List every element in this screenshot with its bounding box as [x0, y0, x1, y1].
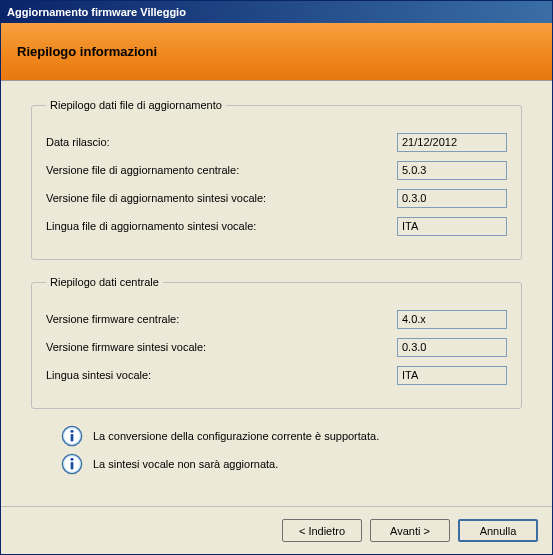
- value-release-date: 21/12/2012: [397, 133, 507, 152]
- row-release-date: Data rilascio: 21/12/2012: [46, 131, 507, 153]
- content-area: Riepilogo dati file di aggiornamento Dat…: [1, 81, 552, 506]
- row-central-voice-version: Versione firmware sintesi vocale: 0.3.0: [46, 336, 507, 358]
- info-icon: [61, 425, 83, 447]
- group-update-file: Riepilogo dati file di aggiornamento Dat…: [31, 99, 522, 260]
- back-button[interactable]: < Indietro: [282, 519, 362, 542]
- page-title: Riepilogo informazioni: [17, 44, 157, 59]
- svg-point-2: [70, 430, 73, 433]
- svg-rect-3: [71, 434, 74, 442]
- label-release-date: Data rilascio:: [46, 136, 397, 148]
- info-row-config: La conversione della configurazione corr…: [61, 425, 522, 447]
- row-update-voice-lang: Lingua file di aggiornamento sintesi voc…: [46, 215, 507, 237]
- label-update-central-version: Versione file di aggiornamento centrale:: [46, 164, 397, 176]
- cancel-button[interactable]: Annulla: [458, 519, 538, 542]
- button-bar: < Indietro Avanti > Annulla: [1, 506, 552, 554]
- value-central-voice-lang: ITA: [397, 366, 507, 385]
- row-update-voice-version: Versione file di aggiornamento sintesi v…: [46, 187, 507, 209]
- group-central: Riepilogo dati centrale Versione firmwar…: [31, 276, 522, 409]
- value-update-central-version: 5.0.3: [397, 161, 507, 180]
- value-update-voice-version: 0.3.0: [397, 189, 507, 208]
- label-update-voice-lang: Lingua file di aggiornamento sintesi voc…: [46, 220, 397, 232]
- info-icon: [61, 453, 83, 475]
- value-central-voice-version: 0.3.0: [397, 338, 507, 357]
- info-text-voice: La sintesi vocale non sarà aggiornata.: [93, 458, 278, 470]
- info-row-voice: La sintesi vocale non sarà aggiornata.: [61, 453, 522, 475]
- label-central-firmware-version: Versione firmware centrale:: [46, 313, 397, 325]
- next-button[interactable]: Avanti >: [370, 519, 450, 542]
- svg-point-6: [70, 458, 73, 461]
- label-central-voice-lang: Lingua sintesi vocale:: [46, 369, 397, 381]
- label-update-voice-version: Versione file di aggiornamento sintesi v…: [46, 192, 397, 204]
- group-central-legend: Riepilogo dati centrale: [46, 276, 163, 288]
- value-central-firmware-version: 4.0.x: [397, 310, 507, 329]
- label-central-voice-version: Versione firmware sintesi vocale:: [46, 341, 397, 353]
- row-update-central-version: Versione file di aggiornamento centrale:…: [46, 159, 507, 181]
- info-text-config: La conversione della configurazione corr…: [93, 430, 379, 442]
- header-band: Riepilogo informazioni: [1, 23, 552, 81]
- window: Aggiornamento firmware Villeggio Riepilo…: [0, 0, 553, 555]
- row-central-firmware-version: Versione firmware centrale: 4.0.x: [46, 308, 507, 330]
- row-central-voice-lang: Lingua sintesi vocale: ITA: [46, 364, 507, 386]
- value-update-voice-lang: ITA: [397, 217, 507, 236]
- window-title: Aggiornamento firmware Villeggio: [7, 6, 186, 18]
- titlebar: Aggiornamento firmware Villeggio: [1, 1, 552, 23]
- svg-rect-7: [71, 462, 74, 470]
- group-update-legend: Riepilogo dati file di aggiornamento: [46, 99, 226, 111]
